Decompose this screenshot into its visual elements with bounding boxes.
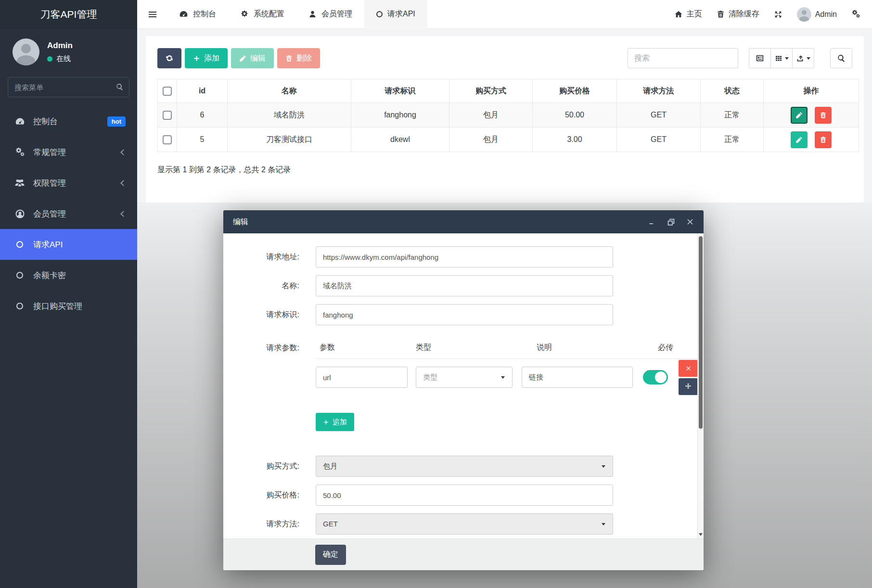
user-icon [308,10,317,18]
append-param-button[interactable]: 追加 [316,413,354,431]
api-table-card: 添加 编辑 删除 [146,36,864,203]
row-edit-button[interactable] [791,131,808,148]
sidebar-user-panel: Admin 在线 [0,29,137,73]
tab-label: 系统配置 [254,9,284,19]
cell-method: GET [617,128,701,152]
minimize-button[interactable] [648,218,656,226]
sidebar-item-label: 权限管理 [33,178,66,189]
flag-input[interactable] [316,304,613,325]
cell-price: 50.00 [533,103,617,128]
columns-button[interactable] [770,48,793,68]
scrollbar-down-arrow[interactable] [699,533,703,536]
column-header-name[interactable]: 名称 [228,79,351,103]
dialog-titlebar[interactable]: 编辑 [223,210,704,233]
param-name-input[interactable] [316,367,408,388]
row-delete-button[interactable] [815,107,832,124]
add-button[interactable]: 添加 [185,48,228,68]
user-status: 在线 [47,54,73,64]
cell-flag: dkewl [351,128,449,152]
chevron-down-icon [785,57,789,60]
fullscreen-button[interactable] [774,10,782,19]
sidebar-item-general-management[interactable]: 常规管理 [0,137,137,167]
name-input[interactable] [316,275,613,296]
column-header-method[interactable]: 请求方法 [617,79,701,103]
method-select[interactable]: GET [316,513,613,535]
sidebar-item-request-api[interactable]: 请求API [0,229,137,260]
menu-toggle-button[interactable] [137,0,167,29]
select-all-checkbox[interactable] [163,87,172,96]
sidebar-menu-search-input[interactable] [8,77,129,97]
settings-button[interactable] [851,10,860,19]
tab-label: 控制台 [193,9,216,19]
cell-flag: fanghong [351,103,449,128]
chevron-down-icon [501,376,505,379]
buy-type-select[interactable]: 包月 [316,456,613,477]
param-drag-handle[interactable] [679,378,698,395]
column-header-flag[interactable]: 请求标识 [351,79,449,103]
home-icon [674,10,683,19]
param-required-toggle[interactable] [643,370,668,384]
tab-member-management[interactable]: 会员管理 [296,0,364,29]
refresh-button[interactable] [157,48,181,68]
sidebar-item-member-management[interactable]: 会员管理 [0,198,137,229]
sidebar-item-api-purchase-management[interactable]: 接口购买管理 [0,291,137,321]
cogs-icon [851,10,860,19]
avatar [797,7,811,22]
toggle-view-button[interactable] [749,48,771,68]
chevron-down-icon [602,523,605,525]
dialog-body: 请求地址: 名称: 请求标识: 请求参数: 参数 类型 说明 必传 [223,233,704,538]
export-button[interactable] [792,48,814,68]
tab-system-config[interactable]: 系统配置 [228,0,296,29]
close-button[interactable] [686,218,694,226]
chevron-left-icon [120,180,127,186]
column-header-status[interactable]: 状态 [701,79,764,103]
column-header-id[interactable]: id [177,79,228,103]
row-delete-button[interactable] [815,131,832,148]
maximize-button[interactable] [667,218,675,226]
table-row[interactable]: 5 刀客测试接口 dkewl 包月 3.00 GET 正常 [158,128,859,152]
delete-button[interactable]: 删除 [277,48,320,68]
row-checkbox[interactable] [163,135,172,144]
navbar-user-menu[interactable]: Admin [797,7,837,22]
search-button[interactable] [830,48,852,68]
sidebar-item-label: 余额卡密 [33,270,66,281]
request-url-input[interactable] [316,246,613,268]
tab-dashboard[interactable]: 控制台 [167,0,228,29]
tab-request-api[interactable]: 请求API [364,0,427,29]
price-input[interactable] [316,485,613,506]
sidebar-menu: 控制台 hot 常规管理 权限管理 会员管理 请求API 余额卡密 接 [0,106,137,321]
trash-icon [717,10,725,18]
home-link[interactable]: 主页 [674,9,702,19]
column-header-actions[interactable]: 操作 [764,79,859,103]
param-desc-input[interactable] [522,367,633,388]
column-header-buy-type[interactable]: 购买方式 [449,79,533,103]
param-type-select[interactable]: 类型 [416,367,513,388]
table-row[interactable]: 6 域名防洪 fanghong 包月 50.00 GET 正常 [158,103,859,128]
edit-button[interactable]: 编辑 [231,48,274,68]
cell-name: 刀客测试接口 [228,128,351,152]
chevron-down-icon [807,57,810,60]
gauge-icon [14,116,25,127]
name-label: 名称: [223,275,299,296]
row-checkbox[interactable] [163,111,172,120]
sidebar-item-permission-management[interactable]: 权限管理 [0,167,137,198]
row-edit-button[interactable] [791,107,808,124]
params-label: 请求参数: [223,343,299,388]
buy-type-label: 购买方式: [223,456,299,477]
table-toolbar: 添加 编辑 删除 [157,48,852,68]
gauge-icon [179,10,188,19]
sidebar-item-label: 常规管理 [33,147,66,158]
type-col-header: 类型 [416,343,527,358]
table-search-input[interactable] [628,48,738,68]
column-header-price[interactable]: 购买价格 [533,79,617,103]
param-remove-button[interactable] [679,360,698,377]
confirm-button[interactable]: 确定 [315,545,346,565]
method-label: 请求方法: [223,513,299,535]
dialog-scrollbar[interactable] [697,233,704,538]
sidebar-item-balance-cards[interactable]: 余额卡密 [0,260,137,291]
param-row: 类型 [316,367,698,388]
clear-cache-link[interactable]: 清除缓存 [717,9,759,19]
sidebar-item-dashboard[interactable]: 控制台 hot [0,106,137,137]
scrollbar-thumb[interactable] [699,236,703,429]
cell-status: 正常 [701,128,764,152]
